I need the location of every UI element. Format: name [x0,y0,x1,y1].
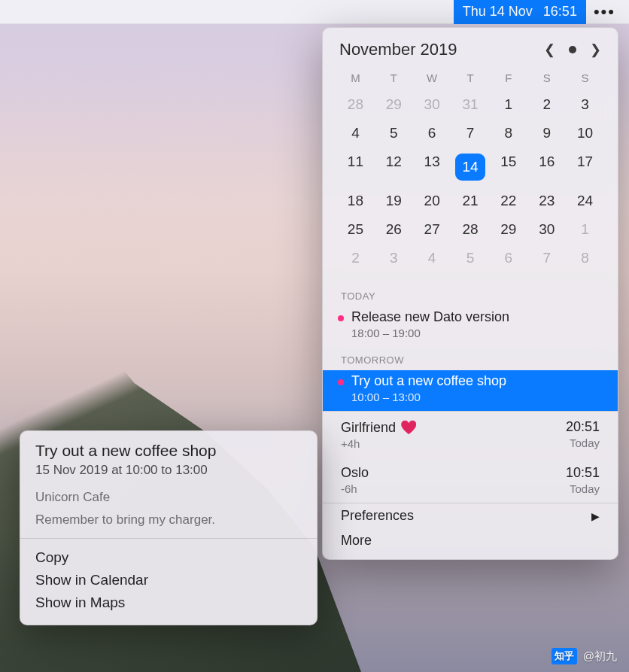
quicklook-title: Try out a new coffee shop [35,442,302,460]
calendar-day[interactable]: 7 [451,119,490,147]
calendar-day[interactable]: 15 [489,147,527,187]
calendar-day[interactable]: 17 [566,147,604,187]
calendar-day[interactable]: 4 [336,119,375,147]
calendar-day[interactable]: 20 [413,187,451,215]
calendar-weekday: F [489,67,527,90]
calendar-day[interactable]: 13 [413,147,451,187]
calendar-weekday: T [451,67,490,90]
calendar-day[interactable]: 8 [489,119,527,147]
event-time: 18:00 – 19:00 [351,327,600,339]
calendar-next-icon[interactable]: ❯ [590,41,601,58]
calendar-day[interactable]: 31 [451,90,490,119]
timezone-day: Today [566,436,600,449]
chevron-right-icon: ▶ [591,510,600,522]
timezone-row[interactable]: Oslo -6h 10:51 Today [323,458,618,503]
calendar-day[interactable]: 22 [489,187,527,215]
calendar-week-row: 11121314151617 [336,147,604,187]
calendar-day[interactable]: 30 [527,215,566,244]
calendar-day[interactable]: 4 [413,244,451,272]
event-title: Try out a new coffee shop [351,373,600,389]
event-tomorrow[interactable]: Try out a new coffee shop 10:00 – 13:00 [323,370,618,411]
timezone-offset: -6h [341,482,566,495]
menubar-time: 16:51 [543,4,577,20]
dato-popover: November 2019 ❮ ❯ MTWTFSS 28293031123456… [322,27,618,560]
calendar-day[interactable]: 16 [527,147,566,187]
calendar-title: November 2019 [339,40,544,59]
calendar-day[interactable]: 10 [566,119,604,147]
action-show-in-calendar[interactable]: Show in Calendar [35,569,302,591]
timezone-name: Girlfriend [341,420,396,436]
calendar-day[interactable]: 6 [489,244,527,272]
calendar-week-row: 28293031123 [336,90,604,119]
menu-label: More [341,533,372,549]
calendar-day[interactable]: 28 [336,90,375,119]
calendar-day[interactable]: 27 [413,215,451,244]
calendar-day[interactable]: 3 [566,90,604,119]
calendar-day[interactable]: 21 [451,187,490,215]
watermark: 知乎 @初九 [552,648,617,664]
calendar-weekday-row: MTWTFSS [336,67,604,90]
menu-more[interactable]: More [323,528,618,559]
calendar-day[interactable]: 5 [451,244,490,272]
menubar: Thu 14 Nov 16:51 ••• [0,0,629,24]
calendar-day[interactable]: 18 [336,187,375,215]
calendar-prev-icon[interactable]: ❮ [544,41,555,58]
menubar-overflow-icon[interactable]: ••• [586,2,623,22]
calendar-day[interactable]: 24 [566,187,604,215]
action-copy[interactable]: Copy [35,546,302,569]
calendar-week-row: 2526272829301 [336,215,604,244]
menubar-date: Thu 14 Nov [463,4,533,20]
calendar-day[interactable]: 14 [451,147,490,187]
event-quicklook: Try out a new coffee shop 15 Nov 2019 at… [20,430,318,625]
calendar-nav: ❮ ❯ [544,41,601,58]
calendar-day[interactable]: 11 [336,147,375,187]
calendar-weekday: S [527,67,566,90]
calendar-day[interactable]: 26 [375,215,413,244]
calendar-header: November 2019 ❮ ❯ [323,28,618,65]
calendar-grid: MTWTFSS 28293031123456789101112131415161… [323,65,618,283]
menubar-datetime[interactable]: Thu 14 Nov 16:51 [454,0,586,24]
timezone-name: Oslo [341,465,369,481]
quicklook-location: Unicorn Cafe [35,490,302,505]
calendar-day[interactable]: 25 [336,215,375,244]
timezone-day: Today [566,482,600,495]
calendar-day[interactable]: 5 [375,119,413,147]
timezone-clock: 10:51 [566,465,600,481]
calendar-day[interactable]: 7 [527,244,566,272]
calendar-day[interactable]: 29 [375,90,413,119]
calendar-weekday: T [375,67,413,90]
calendar-weekday: S [566,67,604,90]
calendar-day[interactable]: 2 [527,90,566,119]
calendar-day[interactable]: 3 [375,244,413,272]
event-today[interactable]: Release new Dato version 18:00 – 19:00 [323,306,618,347]
calendar-day[interactable]: 1 [489,90,527,119]
timezone-clock: 20:51 [566,419,600,435]
calendar-day[interactable]: 30 [413,90,451,119]
calendar-week-row: 18192021222324 [336,187,604,215]
calendar-week-row: 45678910 [336,119,604,147]
calendar-day[interactable]: 28 [451,215,490,244]
calendar-day[interactable]: 29 [489,215,527,244]
calendar-day[interactable]: 1 [566,215,604,244]
calendar-today-icon[interactable] [569,46,576,53]
calendar-day[interactable]: 23 [527,187,566,215]
calendar-day[interactable]: 8 [566,244,604,272]
zhihu-logo-icon: 知乎 [552,648,577,664]
action-show-in-maps[interactable]: Show in Maps [35,591,302,614]
menu-preferences[interactable]: Preferences ▶ [323,503,618,528]
calendar-day[interactable]: 12 [375,147,413,187]
section-label-tomorrow: TOMORROW [323,347,618,370]
timezone-row[interactable]: Girlfriend ❤️ +4h 20:51 Today [323,412,618,458]
calendar-day[interactable]: 6 [413,119,451,147]
calendar-day[interactable]: 2 [336,244,375,272]
watermark-handle: @初九 [583,649,617,664]
event-dot-icon [338,379,344,385]
heart-icon: ❤️ [400,419,417,436]
calendar-day[interactable]: 19 [375,187,413,215]
quicklook-subtitle: 15 Nov 2019 at 10:00 to 13:00 [35,463,302,478]
menu-label: Preferences [341,508,414,524]
section-label-today: TODAY [323,283,618,306]
quicklook-note: Remember to bring my charger. [35,512,302,528]
calendar-weekday: W [413,67,451,90]
calendar-day[interactable]: 9 [527,119,566,147]
